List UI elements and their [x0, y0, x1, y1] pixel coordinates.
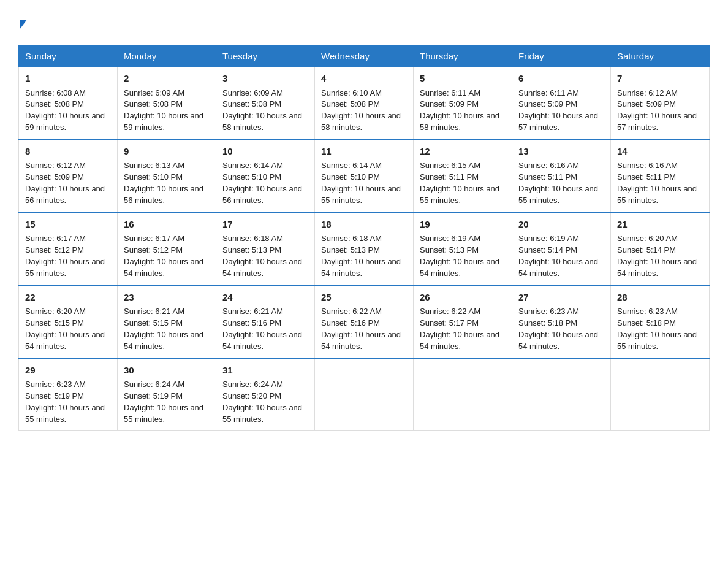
sunset-text: Sunset: 5:17 PM [420, 318, 506, 329]
sunset-text: Sunset: 5:10 PM [222, 172, 308, 183]
calendar-cell [611, 358, 710, 431]
weekday-header-saturday: Saturday [611, 46, 710, 67]
sunrise-text: Sunrise: 6:18 AM [321, 233, 407, 245]
daylight-text: Daylight: 10 hours and 56 minutes. [124, 183, 210, 207]
weekday-header-tuesday: Tuesday [216, 46, 315, 67]
sunrise-text: Sunrise: 6:15 AM [420, 160, 506, 172]
day-number: 25 [321, 291, 407, 305]
calendar-cell: 22Sunrise: 6:20 AMSunset: 5:15 PMDayligh… [19, 285, 118, 358]
sunrise-text: Sunrise: 6:09 AM [124, 88, 210, 99]
daylight-text: Daylight: 10 hours and 55 minutes. [25, 256, 111, 280]
daylight-text: Daylight: 10 hours and 56 minutes. [222, 183, 308, 207]
sunrise-text: Sunrise: 6:10 AM [321, 88, 407, 99]
daylight-text: Daylight: 10 hours and 54 minutes. [124, 256, 210, 280]
sunset-text: Sunset: 5:09 PM [25, 172, 111, 183]
day-number: 6 [518, 72, 604, 86]
calendar-cell: 13Sunrise: 6:16 AMSunset: 5:11 PMDayligh… [512, 139, 611, 212]
sunset-text: Sunset: 5:14 PM [518, 245, 604, 256]
sunrise-text: Sunrise: 6:23 AM [617, 306, 703, 318]
sunrise-text: Sunrise: 6:21 AM [124, 306, 210, 318]
calendar-cell: 2Sunrise: 6:09 AMSunset: 5:08 PMDaylight… [118, 67, 216, 139]
sunset-text: Sunset: 5:15 PM [124, 318, 210, 329]
daylight-text: Daylight: 10 hours and 55 minutes. [222, 402, 308, 426]
daylight-text: Daylight: 10 hours and 55 minutes. [518, 183, 604, 207]
calendar-week-1: 1Sunrise: 6:08 AMSunset: 5:08 PMDaylight… [19, 67, 710, 139]
day-number: 19 [420, 218, 506, 232]
day-number: 14 [617, 145, 703, 159]
sunrise-text: Sunrise: 6:18 AM [222, 233, 308, 245]
daylight-text: Daylight: 10 hours and 54 minutes. [420, 329, 506, 353]
daylight-text: Daylight: 10 hours and 54 minutes. [617, 256, 703, 280]
sunrise-text: Sunrise: 6:22 AM [321, 306, 407, 318]
sunrise-text: Sunrise: 6:11 AM [420, 88, 506, 99]
sunset-text: Sunset: 5:11 PM [617, 172, 703, 183]
sunrise-text: Sunrise: 6:24 AM [124, 379, 210, 391]
calendar-cell: 4Sunrise: 6:10 AMSunset: 5:08 PMDaylight… [315, 67, 414, 139]
sunrise-text: Sunrise: 6:24 AM [222, 379, 308, 391]
calendar-cell: 5Sunrise: 6:11 AMSunset: 5:09 PMDaylight… [414, 67, 512, 139]
calendar-cell: 9Sunrise: 6:13 AMSunset: 5:10 PMDaylight… [118, 139, 216, 212]
daylight-text: Daylight: 10 hours and 55 minutes. [420, 183, 506, 207]
calendar-cell: 6Sunrise: 6:11 AMSunset: 5:09 PMDaylight… [512, 67, 611, 139]
sunset-text: Sunset: 5:13 PM [420, 245, 506, 256]
sunrise-text: Sunrise: 6:21 AM [222, 306, 308, 318]
sunset-text: Sunset: 5:18 PM [617, 318, 703, 329]
sunrise-text: Sunrise: 6:08 AM [25, 88, 111, 99]
sunset-text: Sunset: 5:13 PM [222, 245, 308, 256]
sunrise-text: Sunrise: 6:17 AM [25, 233, 111, 245]
sunrise-text: Sunrise: 6:23 AM [25, 379, 111, 391]
daylight-text: Daylight: 10 hours and 55 minutes. [617, 329, 703, 353]
daylight-text: Daylight: 10 hours and 54 minutes. [25, 329, 111, 353]
weekday-header-friday: Friday [512, 46, 611, 67]
calendar-cell: 28Sunrise: 6:23 AMSunset: 5:18 PMDayligh… [611, 285, 710, 358]
weekday-header-monday: Monday [118, 46, 216, 67]
calendar-cell [315, 358, 414, 431]
daylight-text: Daylight: 10 hours and 54 minutes. [518, 256, 604, 280]
sunrise-text: Sunrise: 6:09 AM [222, 88, 308, 99]
day-number: 30 [124, 364, 210, 378]
sunset-text: Sunset: 5:14 PM [617, 245, 703, 256]
sunset-text: Sunset: 5:13 PM [321, 245, 407, 256]
calendar-cell: 29Sunrise: 6:23 AMSunset: 5:19 PMDayligh… [19, 358, 118, 431]
day-number: 12 [420, 145, 506, 159]
calendar-cell [512, 358, 611, 431]
day-number: 26 [420, 291, 506, 305]
sunset-text: Sunset: 5:08 PM [25, 99, 111, 110]
sunset-text: Sunset: 5:15 PM [25, 318, 111, 329]
daylight-text: Daylight: 10 hours and 54 minutes. [124, 329, 210, 353]
daylight-text: Daylight: 10 hours and 54 minutes. [321, 256, 407, 280]
day-number: 17 [222, 218, 308, 232]
calendar-cell: 18Sunrise: 6:18 AMSunset: 5:13 PMDayligh… [315, 212, 414, 285]
daylight-text: Daylight: 10 hours and 54 minutes. [222, 329, 308, 353]
calendar-cell: 3Sunrise: 6:09 AMSunset: 5:08 PMDaylight… [216, 67, 315, 139]
daylight-text: Daylight: 10 hours and 59 minutes. [124, 110, 210, 134]
calendar-cell: 8Sunrise: 6:12 AMSunset: 5:09 PMDaylight… [19, 139, 118, 212]
sunrise-text: Sunrise: 6:14 AM [321, 160, 407, 172]
daylight-text: Daylight: 10 hours and 56 minutes. [25, 183, 111, 207]
day-number: 8 [25, 145, 111, 159]
sunset-text: Sunset: 5:08 PM [124, 99, 210, 110]
weekday-header-thursday: Thursday [414, 46, 512, 67]
sunrise-text: Sunrise: 6:16 AM [617, 160, 703, 172]
day-number: 15 [25, 218, 111, 232]
day-number: 29 [25, 364, 111, 378]
daylight-text: Daylight: 10 hours and 54 minutes. [518, 329, 604, 353]
calendar-cell: 11Sunrise: 6:14 AMSunset: 5:10 PMDayligh… [315, 139, 414, 212]
day-number: 21 [617, 218, 703, 232]
calendar-cell: 19Sunrise: 6:19 AMSunset: 5:13 PMDayligh… [414, 212, 512, 285]
daylight-text: Daylight: 10 hours and 58 minutes. [222, 110, 308, 134]
day-number: 23 [124, 291, 210, 305]
day-number: 2 [124, 72, 210, 86]
daylight-text: Daylight: 10 hours and 58 minutes. [420, 110, 506, 134]
daylight-text: Daylight: 10 hours and 59 minutes. [25, 110, 111, 134]
daylight-text: Daylight: 10 hours and 55 minutes. [321, 183, 407, 207]
sunrise-text: Sunrise: 6:23 AM [518, 306, 604, 318]
sunset-text: Sunset: 5:20 PM [222, 391, 308, 402]
calendar-cell: 12Sunrise: 6:15 AMSunset: 5:11 PMDayligh… [414, 139, 512, 212]
sunrise-text: Sunrise: 6:11 AM [518, 88, 604, 99]
sunrise-text: Sunrise: 6:14 AM [222, 160, 308, 172]
day-number: 5 [420, 72, 506, 86]
sunset-text: Sunset: 5:12 PM [25, 245, 111, 256]
calendar-cell: 30Sunrise: 6:24 AMSunset: 5:19 PMDayligh… [118, 358, 216, 431]
daylight-text: Daylight: 10 hours and 54 minutes. [222, 256, 308, 280]
